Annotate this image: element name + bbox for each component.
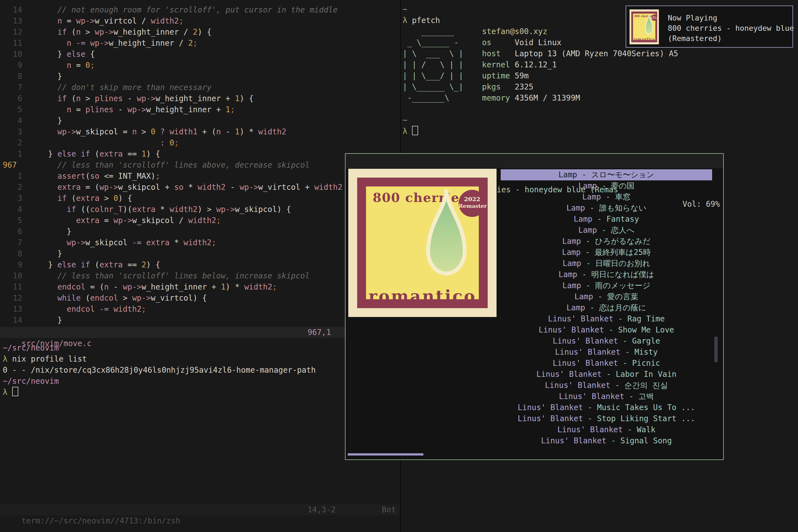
now-playing-notification[interactable]: 800 cherries 2022 Remaster romantico Now… — [626, 5, 793, 48]
line-number: 3 — [3, 126, 30, 137]
track-artist: Lamp — [567, 303, 585, 312]
track-row[interactable]: Linus' Blanket - Labor In Vain — [501, 369, 712, 380]
track-artist: Linus' Blanket — [536, 369, 602, 379]
track-row[interactable]: Lamp - 恋は月の蔭に — [501, 302, 712, 314]
track-row[interactable]: Lamp - 明日になれば僕は — [501, 269, 712, 280]
line-number: 967 — [3, 159, 30, 171]
playlist-scrollbar[interactable] — [714, 337, 718, 362]
code-line: 967 // less than 'scrolloff' lines above… — [3, 159, 400, 171]
track-title: - スロ〜モ〜ション — [577, 170, 654, 179]
track-row[interactable]: Linus' Blanket - Music Takes Us To ... — [501, 402, 712, 413]
code-line: 8 } — [3, 71, 400, 82]
track-title: - Signal Song — [607, 436, 672, 445]
statusline-active: src/nvim/move.c 967,1 — [0, 327, 400, 338]
track-title: - 愛の言葉 — [593, 292, 639, 301]
code-line: 14 // not enough room for 'scrolloff', p… — [3, 4, 400, 16]
code-line: 3 wp->w_skipcol = n > 0 ? width1 + (n - … — [3, 126, 400, 137]
terminal-line: | | \___/ | | uptime 59m — [403, 70, 796, 81]
nvim-pane[interactable]: 14 // not enough room for 'scrolloff', p… — [0, 0, 400, 532]
line-number: 10 — [3, 49, 30, 60]
track-title: - 고백 — [624, 392, 654, 401]
track-row[interactable]: Lamp - 恋人へ — [501, 225, 712, 236]
track-artist: Linus' Blanket — [555, 347, 621, 357]
track-artist: Lamp — [558, 170, 577, 179]
statusline-scroll-indicator: Bot — [382, 504, 396, 515]
track-row[interactable]: Lamp - 愛の言葉 — [501, 291, 712, 302]
code-line: 2 : 0; — [3, 137, 400, 149]
line-number: 14 — [3, 315, 30, 326]
track-row[interactable]: Linus' Blanket - Picnic — [501, 358, 712, 369]
line-number: 7 — [3, 82, 30, 93]
track-row[interactable]: Lamp - 車窓 — [501, 191, 712, 203]
track-row[interactable]: Linus' Blanket - Show Me Love — [501, 324, 712, 336]
music-player-window[interactable]: [Playing] herries - honeydew blue (Remas… — [345, 153, 724, 460]
line-number: 2 — [3, 137, 30, 149]
track-row[interactable]: Linus' Blanket - 순간의 진실 — [501, 380, 712, 391]
track-artist: Linus' Blanket — [518, 414, 583, 423]
track-artist: Linus' Blanket — [548, 314, 613, 323]
track-artist: Lamp — [578, 181, 597, 190]
track-row[interactable]: Lamp - Fantasy — [501, 214, 712, 225]
playback-progress-bar[interactable] — [348, 453, 423, 456]
terminal-cursor — [12, 387, 18, 396]
player-titlebar: [Playing] herries - honeydew blue (Remas… — [345, 154, 723, 168]
playlist: Lamp - スロ〜モ〜ションLamp - 夢の国Lamp - 車窓Lamp -… — [501, 169, 712, 446]
code-line: 2 extra = (wp->w_skipcol + so * width2 -… — [3, 182, 400, 193]
terminal-line: ~ — [403, 115, 796, 126]
track-title: - 最終列車は25時 — [581, 248, 651, 257]
code-line: 11 n -= wp->w_height_inner / 2; — [3, 38, 400, 49]
track-artist: Lamp — [582, 192, 601, 202]
track-row[interactable]: Lamp - 最終列車は25時 — [501, 247, 712, 258]
track-row[interactable]: Lamp - 誰も知らない — [501, 203, 712, 214]
code-line: 5 n = plines - wp->w_height_inner + 1; — [3, 104, 400, 115]
line-number: 8 — [3, 248, 30, 259]
track-row[interactable]: Linus' Blanket - Signal Song — [501, 435, 712, 446]
album-cover: 800 cherries 2022 Remaster romantico — [348, 169, 496, 317]
album-title-text: romantico — [348, 286, 496, 306]
track-title: - Stop Liking Start ... — [583, 414, 695, 423]
code-line: 1 assert(so <= INT_MAX); — [3, 171, 400, 182]
track-artist: Linus' Blanket — [518, 403, 583, 412]
embedded-terminal[interactable]: ~/src/neovimλ nix profile list0 - - /nix… — [0, 342, 400, 398]
track-artist: Linus' Blanket — [553, 336, 618, 345]
code-line: 5 extra = wp->w_skipcol / width2; — [3, 215, 400, 226]
track-row[interactable]: Lamp - 雨のメッセージ — [501, 280, 712, 291]
track-title: - Show Me Love — [604, 325, 674, 335]
line-number: 13 — [3, 16, 30, 26]
track-row-selected[interactable]: Lamp - スロ〜モ〜ション — [501, 169, 712, 180]
line-number: 1 — [3, 149, 30, 159]
track-title: - ひろがるなみだ — [581, 236, 651, 246]
line-number: 3 — [3, 193, 30, 204]
statusline-cursor-position: 967,1 — [307, 327, 331, 338]
line-number: 2 — [3, 182, 30, 193]
track-row[interactable]: Linus' Blanket - 고백 — [501, 391, 712, 402]
track-row[interactable]: Linus' Blanket - Walk — [501, 424, 712, 435]
track-row[interactable]: Linus' Blanket - Rag Time — [501, 314, 712, 324]
code-editor[interactable]: 14 // not enough room for 'scrolloff', p… — [0, 4, 400, 326]
line-number: 1 — [3, 171, 30, 182]
teardrop-icon — [643, 14, 655, 39]
code-line: 7 wp->w_skipcol -= extra * width2; — [3, 237, 400, 248]
terminal-line: λ — [403, 126, 796, 137]
track-title: - Music Takes Us To ... — [583, 403, 695, 412]
track-artist: Lamp — [563, 281, 581, 290]
code-line: 12 while (endcol > wp->w_virtcol) { — [3, 292, 400, 304]
line-number: 7 — [3, 237, 30, 248]
track-row[interactable]: Linus' Blanket - Misty — [501, 347, 712, 358]
terminal-line: ~/src/neovim — [3, 376, 400, 387]
line-number: 13 — [3, 304, 30, 315]
terminal-line: ~/src/neovim — [3, 342, 400, 354]
statusline-inactive: term://~/src/neovim//4713:/bin/zsh 14,3-… — [0, 504, 400, 515]
code-line: 3 if (extra > 0) { — [3, 193, 400, 204]
code-line: 11 endcol = (n - wp->w_height_inner + 1)… — [3, 282, 400, 292]
track-row[interactable]: Linus' Blanket - Stop Liking Start ... — [501, 413, 712, 424]
track-row[interactable]: Lamp - 夢の国 — [501, 180, 712, 191]
track-artist: Lamp — [563, 259, 581, 268]
track-row[interactable]: Lamp - 日曜日のお別れ — [501, 258, 712, 269]
line-number: 14 — [3, 4, 30, 16]
track-row[interactable]: Lamp - ひろがるなみだ — [501, 236, 712, 247]
album-title-text: romantico — [629, 37, 659, 41]
track-artist: Linus' Blanket — [541, 436, 606, 445]
track-row[interactable]: Linus' Blanket - Gargle — [501, 336, 712, 347]
track-artist: Lamp — [574, 292, 593, 301]
